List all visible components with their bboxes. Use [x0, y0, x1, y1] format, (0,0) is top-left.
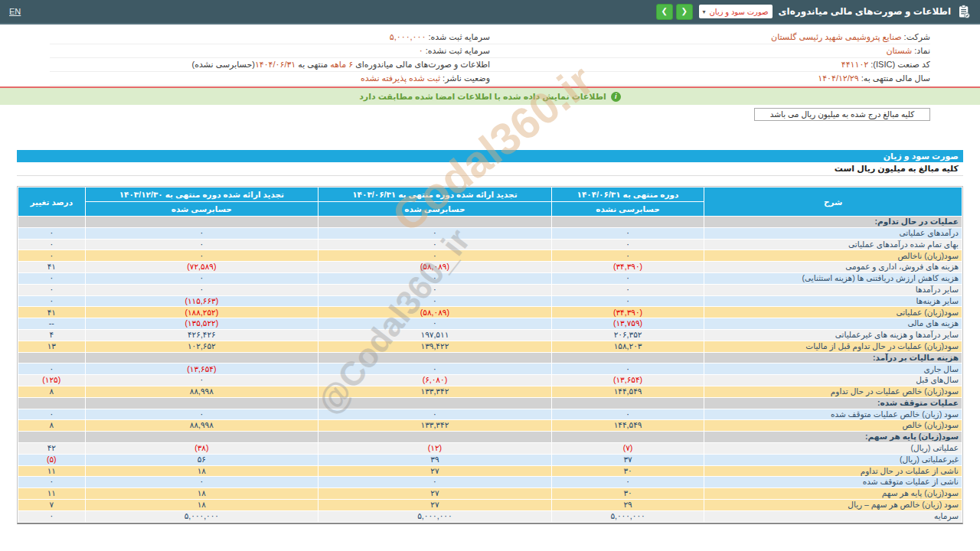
value-cell: (۵۸,۰۸۹) [318, 307, 552, 318]
value-cell: ۰ [318, 318, 552, 330]
table-row: سود(زیان) خالص عملیات در حال تداوم۱۴۴,۵۴… [18, 386, 962, 397]
company-info-panel: شرکت: صنایع پتروشیمی شهید رئیسی گلستاننم… [50, 31, 930, 86]
statement-title-bar: صورت سود و زیان [17, 150, 963, 162]
value-cell: ۰ [318, 284, 552, 295]
table-row: سود(زیان) خالص۱۴۴,۵۴۹۱۳۳,۳۴۲۸۸,۹۹۸۸ [18, 420, 962, 432]
table-row: سرمایه۵,۰۰۰,۰۰۰۵,۰۰۰,۰۰۰۵,۰۰۰,۰۰۰۰ [18, 510, 962, 522]
section-empty-cell [551, 217, 704, 228]
table-row: درآمدهای عملیاتی۰۰۰۰ [18, 227, 962, 239]
value-cell: ۱۱ [18, 488, 86, 500]
value-cell: ۵۶ [85, 454, 318, 465]
next-statement-button[interactable]: ❯ [676, 4, 693, 20]
section-empty-cell [318, 397, 552, 409]
section-empty-cell [18, 217, 86, 228]
row-label: سود(زیان) خالص [704, 420, 962, 432]
table-row: ناشی از عملیات متوقف شده۰۰۰۰ [18, 477, 962, 488]
value-cell: ۱۳۹,۴۲۲ [318, 341, 552, 352]
value-cell: ۰ [85, 477, 318, 488]
section-header-row: سود(زیان) پایه هر سهم: [18, 432, 962, 443]
table-row: هزینه های مالی(۱۳,۷۵۹)۰(۱۳۵,۵۲۲)-- [18, 318, 962, 330]
row-label: سایر هزینه‌ها [704, 295, 962, 307]
info-value: ۱۴۰۴/۰۶/۳۱ [255, 60, 296, 69]
row-label: غیرعملیاتی (ریال) [704, 454, 962, 465]
info-label: وضعیت ناشر: [440, 73, 490, 83]
value-cell: ۰ [318, 364, 552, 375]
table-row: سود(زیان) ناخالص۰۰۰۰ [18, 250, 962, 262]
value-cell: ۳۰ [551, 465, 704, 477]
units-note-box: کلیه مبالغ درج شده به میلیون ریال می باش… [754, 108, 930, 121]
row-label: ناشی از عملیات در حال تداوم [704, 465, 962, 477]
value-cell: ۰ [551, 250, 704, 262]
value-cell: ۰ [85, 250, 318, 262]
value-cell: ۰ [18, 477, 86, 488]
info-row: نماد: شستان [490, 44, 930, 58]
section-empty-cell [18, 352, 86, 364]
value-cell: ۰ [318, 272, 552, 284]
value-cell: ۸۸,۹۹۸ [85, 386, 318, 397]
statement-type-selected: صورت سود و زیان [710, 8, 769, 16]
table-row: سود(زیان) پایه هر سهم۳۰۲۷۱۸۱۱ [18, 488, 962, 500]
info-label: سرمایه ثبت شده: [426, 32, 490, 41]
value-cell: (۱۲۵) [18, 375, 86, 386]
value-cell: ۰ [18, 510, 86, 522]
section-empty-cell [318, 217, 552, 228]
value-cell: ۰ [85, 227, 318, 239]
info-value: ۶ ماهه [330, 60, 353, 69]
section-empty-cell [85, 352, 318, 364]
value-cell: (۱۲) [318, 442, 552, 454]
table-body: عملیات در حال تداوم:درآمدهای عملیاتی۰۰۰۰… [18, 217, 962, 523]
info-row: وضعیت ناشر: ثبت شده پذیرفته نشده [50, 72, 490, 86]
value-cell: ۱۸ [85, 499, 318, 510]
value-cell: ۲۷ [318, 465, 552, 477]
column-header-period-current: دوره منتهی به ۱۴۰۴/۰۶/۳۱ [551, 187, 704, 202]
value-cell: ۱۴۴,۵۴۹ [551, 420, 704, 432]
info-label: سال مالی منتهی به: [859, 73, 930, 83]
value-cell: (۵) [18, 454, 86, 465]
value-cell: ۴۲۶,۴۲۶ [85, 329, 318, 341]
value-cell: ۰ [18, 295, 86, 307]
info-label: اطلاعات و صورت‌های مالی میاندوره‌ای [353, 60, 490, 69]
income-statement-table-container: شرح دوره منتهی به ۱۴۰۴/۰۶/۳۱ تجدید ارائه… [17, 186, 963, 524]
statement-nav-buttons: ❮ ❯ [656, 4, 693, 20]
info-label: نماد: [912, 46, 930, 55]
value-cell: ۲۹ [551, 499, 704, 510]
info-label: سرمایه ثبت نشده: [423, 46, 490, 55]
value-cell: ۰ [85, 239, 318, 250]
section-label: هزینه مالیات بر درآمد: [704, 352, 962, 364]
table-row: هزینه های فروش، اداری و عمومی(۳۴,۳۹۰)(۵۸… [18, 262, 962, 273]
previous-statement-button[interactable]: ❮ [656, 4, 673, 20]
language-toggle-link[interactable]: EN [9, 7, 21, 16]
row-label: سود(زیان) عملیات در حال تداوم قبل از مال… [704, 341, 962, 352]
section-empty-cell [551, 397, 704, 409]
section-empty-cell [18, 432, 86, 443]
statement-units-row: کلیه مبالغ به میلیون ریال است [17, 162, 963, 176]
value-cell: ۴۱ [18, 307, 86, 318]
value-cell: (۱۳۵,۵۲۲) [85, 318, 318, 330]
statement-type-dropdown[interactable]: صورت سود و زیان ▾ [699, 5, 773, 18]
table-row: سال‌های قبل(۱۳,۶۵۴)(۶,۰۸۰)۰(۱۲۵) [18, 375, 962, 386]
value-cell: (۳۴,۳۹۰) [551, 307, 704, 318]
value-cell: (۷) [551, 442, 704, 454]
value-cell: ۳۹ [318, 454, 552, 465]
section-header-row: عملیات در حال تداوم: [18, 217, 962, 228]
value-cell: ۱۹۷,۵۱۱ [318, 329, 552, 341]
value-cell: (۱۳,۶۵۴) [85, 364, 318, 375]
signature-match-banner: i اطلاعات نمایش داده شده با اطلاعات امضا… [0, 88, 980, 105]
value-cell: (۷۲,۵۸۹) [85, 262, 318, 273]
value-cell: ۵,۰۰۰,۰۰۰ [85, 510, 318, 522]
row-label: درآمدهای عملیاتی [704, 227, 962, 239]
section-empty-cell [85, 397, 318, 409]
section-header-row: عملیات متوقف شده: [18, 397, 962, 409]
value-cell: ۰ [318, 239, 552, 250]
row-label: سود(زیان) ناخالص [704, 250, 962, 262]
value-cell: ۰ [18, 272, 86, 284]
value-cell: ۱۰۲,۶۵۲ [85, 341, 318, 352]
value-cell: ۲۰۶,۳۵۲ [551, 329, 704, 341]
value-cell: ۲۷ [318, 499, 552, 510]
section-label: عملیات متوقف شده: [704, 397, 962, 409]
column-header-percent-change: درصد تغییر [18, 187, 86, 217]
value-cell: ۱۴۴,۵۴۹ [551, 386, 704, 397]
value-cell: ۰ [551, 227, 704, 239]
row-label: سود(زیان) پایه هر سهم [704, 488, 962, 500]
table-row: سایر هزینه‌ها۰۰(۱۱۵,۶۶۳)۰ [18, 295, 962, 307]
